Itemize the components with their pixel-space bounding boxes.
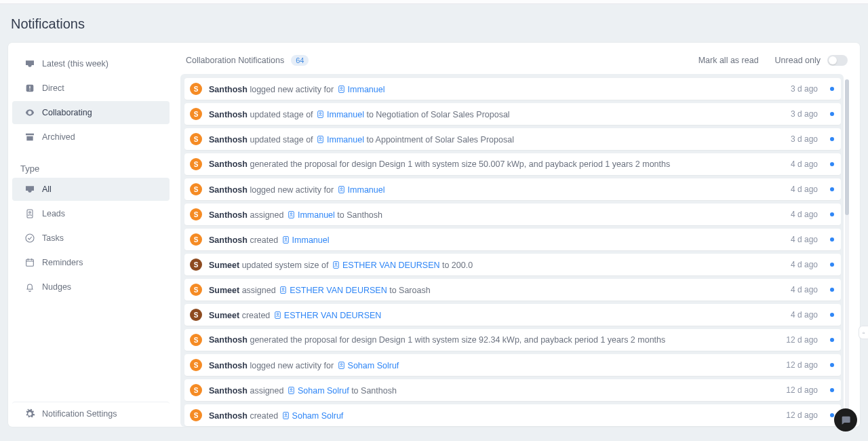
notification-row[interactable]: SSanthosh created Immanuel4 d ago: [184, 229, 841, 250]
gear-icon: [24, 408, 35, 419]
notification-row[interactable]: SSumeet assigned ESTHER VAN DEURSEN to S…: [184, 279, 841, 301]
timestamp: 12 d ago: [786, 335, 818, 345]
svg-point-28: [290, 389, 292, 390]
sidebar-item-direct[interactable]: Direct: [12, 77, 170, 100]
svg-rect-1: [29, 86, 30, 89]
chat-launcher[interactable]: [834, 408, 857, 432]
avatar: S: [190, 158, 202, 170]
notification-row[interactable]: SSanthosh created Soham Solruf12 d ago: [184, 404, 841, 426]
notification-row[interactable]: SSumeet created ESTHER VAN DEURSEN4 d ag…: [184, 304, 841, 326]
settings-label: Notification Settings: [42, 409, 161, 419]
exclaim-icon: [24, 83, 35, 94]
lead-link[interactable]: Immanuel: [327, 135, 364, 145]
notification-row[interactable]: SSanthosh assigned Immanuel to Santhosh4…: [184, 204, 841, 225]
sidebar-item-leads[interactable]: Leads: [12, 202, 170, 225]
timestamp: 4 d ago: [791, 285, 818, 294]
inbox-icon: [24, 184, 35, 195]
eye-icon: [24, 107, 35, 118]
sidebar-item-collaborating[interactable]: Collaborating: [12, 101, 170, 124]
notification-text: Santhosh assigned Soham Solruf to Santho…: [209, 385, 772, 396]
actor-name: Santhosh: [209, 159, 248, 169]
avatar: S: [190, 309, 202, 321]
lead-link[interactable]: Immanuel: [348, 185, 385, 195]
actor-name: Santhosh: [209, 85, 248, 94]
sidebar-item-label: All: [42, 185, 161, 194]
svg-point-16: [290, 213, 292, 214]
svg-point-8: [340, 88, 342, 89]
notification-text: Sumeet updated system size of ESTHER VAN…: [209, 259, 777, 270]
timestamp: 4 d ago: [791, 235, 818, 244]
avatar: S: [190, 233, 202, 246]
unread-dot: [830, 313, 834, 317]
lead-link[interactable]: Soham Solruf: [292, 411, 344, 421]
lead-icon: [273, 312, 282, 320]
timestamp: 3 d ago: [791, 134, 818, 144]
main-header: Collaboration Notifications 64 Mark all …: [174, 43, 860, 74]
notification-row[interactable]: SSanthosh updated stage of Immanuel to A…: [184, 128, 841, 150]
sidebar-item-tasks[interactable]: Tasks: [12, 227, 170, 250]
chat-icon: [840, 415, 851, 425]
side-panel-toggle[interactable]: ◦: [859, 326, 868, 339]
lead-link[interactable]: Immanuel: [292, 235, 330, 245]
notification-text: Santhosh created Soham Solruf: [209, 410, 772, 421]
unread-dot: [830, 388, 834, 392]
timestamp: 12 d ago: [786, 385, 818, 395]
timestamp: 12 d ago: [786, 410, 818, 420]
notification-row[interactable]: SSanthosh logged new activity for Immanu…: [184, 78, 841, 100]
notification-text: Santhosh generated the proposal for desi…: [209, 335, 772, 345]
svg-rect-2: [29, 90, 30, 90]
sidebar-item-all[interactable]: All: [12, 178, 170, 201]
notifications-list: SSanthosh logged new activity for Immanu…: [180, 74, 844, 427]
sidebar-item-archived[interactable]: Archived: [12, 126, 170, 149]
avatar: S: [190, 409, 202, 421]
lead-icon: [316, 111, 325, 119]
unread-dot: [830, 187, 834, 191]
lead-icon: [281, 237, 290, 245]
lead-link[interactable]: Soham Solruf: [298, 386, 349, 396]
lead-link[interactable]: ESTHER VAN DEURSEN: [290, 286, 387, 295]
lead-link[interactable]: Immanuel: [298, 210, 335, 220]
lead-link[interactable]: Immanuel: [327, 110, 364, 119]
notification-text: Sumeet assigned ESTHER VAN DEURSEN to Sa…: [209, 284, 777, 295]
notification-row[interactable]: SSanthosh generated the proposal for des…: [184, 153, 841, 175]
actor-name: Santhosh: [209, 185, 248, 195]
sidebar-item-nudges[interactable]: Nudges: [12, 275, 170, 299]
notification-row[interactable]: SSanthosh updated stage of Immanuel to N…: [184, 103, 841, 125]
mark-all-read-button[interactable]: Mark all as read: [698, 56, 759, 65]
lead-link[interactable]: Soham Solruf: [348, 361, 399, 370]
notification-row[interactable]: SSanthosh generated the proposal for des…: [184, 329, 841, 351]
check-icon: [24, 233, 35, 244]
notification-row[interactable]: SSanthosh logged new activity for Soham …: [184, 354, 841, 376]
avatar: S: [190, 258, 202, 271]
unread-dot: [830, 363, 834, 367]
unread-dot: [830, 338, 834, 342]
unread-dot: [830, 263, 834, 267]
notification-settings[interactable]: Notification Settings: [12, 402, 170, 425]
unread-dot: [830, 162, 834, 166]
lead-link[interactable]: Immanuel: [348, 85, 385, 94]
notification-row[interactable]: SSanthosh assigned Soham Solruf to Santh…: [184, 379, 841, 401]
lead-icon: [287, 212, 296, 220]
lead-icon: [337, 86, 346, 94]
svg-point-26: [340, 364, 342, 365]
notification-row[interactable]: SSumeet updated system size of ESTHER VA…: [184, 254, 841, 275]
avatar: S: [190, 133, 202, 145]
sidebar-item-label: Latest (this week): [42, 59, 161, 69]
lead-icon: [337, 362, 346, 370]
avatar: S: [190, 334, 202, 346]
notification-text: Sumeet created ESTHER VAN DEURSEN: [209, 309, 777, 320]
list-scrollbar[interactable]: [845, 79, 849, 412]
avatar: S: [190, 208, 202, 220]
sidebar: Latest (this week)DirectCollaboratingArc…: [8, 43, 174, 427]
sidebar-item-reminders[interactable]: Reminders: [12, 251, 170, 274]
sidebar-item-latest[interactable]: Latest (this week): [12, 52, 170, 75]
sidebar-item-label: Leads: [42, 209, 161, 218]
notification-row[interactable]: SSanthosh logged new activity for Immanu…: [184, 178, 841, 200]
notification-text: Santhosh created Immanuel: [209, 234, 777, 245]
unread-only-toggle[interactable]: [827, 55, 848, 66]
actor-name: Santhosh: [209, 386, 248, 396]
lead-link[interactable]: ESTHER VAN DEURSEN: [342, 261, 440, 270]
lead-link[interactable]: ESTHER VAN DEURSEN: [284, 311, 382, 320]
lead-icon: [287, 387, 296, 396]
calendar-icon: [24, 257, 35, 268]
